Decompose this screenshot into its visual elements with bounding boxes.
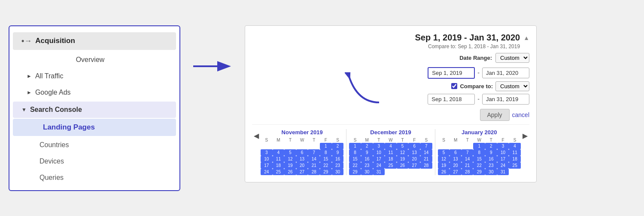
start-date-input[interactable] [428,67,475,79]
calendar-day[interactable]: 27 [408,162,420,169]
calendar-day[interactable]: 29 [473,169,485,175]
calendar-day[interactable]: 15 [473,156,485,162]
calendar-day[interactable]: 15 [320,156,332,162]
sidebar-item-queries[interactable]: Queries [9,170,179,186]
calendar-day[interactable]: 22 [349,162,361,169]
calendar-day[interactable]: 24 [261,169,273,175]
calendar-day[interactable]: 28 [462,169,474,175]
calendar-day[interactable]: 30 [332,169,344,175]
calendar-day[interactable]: 1 [320,143,332,149]
calendar-day[interactable]: 10 [497,149,509,156]
calendar-day[interactable]: 19 [284,162,296,169]
calendar-day[interactable] [420,169,432,175]
calendar-day[interactable]: 30 [485,169,497,175]
calendar-day[interactable] [308,143,320,149]
calendar-day[interactable]: 2 [361,143,373,149]
calendar-day[interactable]: 22 [320,162,332,169]
calendar-day[interactable]: 7 [462,149,474,156]
calendar-day[interactable]: 16 [332,156,344,162]
calendar-day[interactable]: 17 [261,162,273,169]
calendar-day[interactable]: 22 [473,162,485,169]
calendar-next-nav[interactable]: ▶ [521,129,529,140]
calendar-day[interactable] [284,143,296,149]
calendar-day[interactable]: 18 [273,162,285,169]
calendar-day[interactable]: 12 [397,149,409,156]
calendar-day[interactable]: 2 [332,143,344,149]
calendar-day[interactable]: 29 [320,169,332,175]
calendar-day[interactable]: 13 [450,156,462,162]
calendar-day[interactable]: 1 [349,143,361,149]
calendar-day[interactable] [462,143,474,149]
calendar-day[interactable]: 25 [509,162,521,169]
calendar-day[interactable]: 20 [450,162,462,169]
calendar-day[interactable]: 9 [332,149,344,156]
sidebar-item-google-ads[interactable]: ► Google Ads [9,84,179,101]
calendar-day[interactable]: 4 [385,143,397,149]
calendar-day[interactable]: 6 [408,143,420,149]
apply-button[interactable]: Apply [480,109,510,121]
calendar-day[interactable]: 20 [408,156,420,162]
calendar-day[interactable]: 26 [397,162,409,169]
calendar-day[interactable]: 10 [261,156,273,162]
compare-end-date-input[interactable] [482,94,529,105]
calendar-day[interactable]: 14 [462,156,474,162]
calendar-day[interactable]: 27 [296,169,308,175]
compare-select[interactable]: Custom [495,81,529,91]
sidebar-item-overview[interactable]: Overview [9,52,179,68]
calendar-day[interactable]: 24 [497,162,509,169]
calendar-day[interactable]: 9 [361,149,373,156]
calendar-day[interactable]: 11 [385,149,397,156]
calendar-day[interactable]: 6 [296,149,308,156]
calendar-day[interactable]: 26 [438,169,450,175]
calendar-day[interactable]: 15 [349,156,361,162]
calendar-day[interactable] [296,143,308,149]
calendar-day[interactable]: 9 [485,149,497,156]
calendar-day[interactable]: 2 [485,143,497,149]
calendar-day[interactable]: 3 [497,143,509,149]
calendar-day[interactable]: 6 [450,149,462,156]
calendar-day[interactable]: 24 [373,162,385,169]
calendar-day[interactable] [509,169,521,175]
calendar-prev-nav[interactable]: ◀ [252,129,261,140]
sidebar-item-countries[interactable]: Countries [9,137,179,153]
calendar-day[interactable]: 19 [397,156,409,162]
calendar-day[interactable]: 18 [385,156,397,162]
calendar-day[interactable]: 21 [420,156,432,162]
calendar-day[interactable] [261,143,273,149]
calendar-day[interactable]: 8 [349,149,361,156]
collapse-arrow-icon[interactable]: ▲ [523,34,529,41]
calendar-day[interactable] [273,143,285,149]
calendar-day[interactable]: 7 [308,149,320,156]
calendar-day[interactable]: 12 [438,156,450,162]
cancel-button[interactable]: cancel [512,111,529,118]
calendar-day[interactable]: 5 [438,149,450,156]
calendar-day[interactable]: 29 [349,169,361,175]
calendar-day[interactable]: 16 [361,156,373,162]
calendar-day[interactable]: 28 [420,162,432,169]
sidebar-item-all-traffic[interactable]: ► All Traffic [9,68,179,84]
calendar-day[interactable]: 12 [284,156,296,162]
calendar-day[interactable]: 8 [473,149,485,156]
calendar-day[interactable] [385,169,397,175]
calendar-day[interactable]: 21 [308,162,320,169]
calendar-day[interactable]: 30 [361,169,373,175]
calendar-day[interactable]: 11 [273,156,285,162]
date-range-select[interactable]: Custom [495,53,529,63]
calendar-day[interactable]: 10 [373,149,385,156]
calendar-day[interactable]: 4 [509,143,521,149]
calendar-day[interactable]: 19 [438,162,450,169]
calendar-day[interactable]: 3 [373,143,385,149]
calendar-day[interactable]: 11 [509,149,521,156]
calendar-day[interactable]: 7 [420,143,432,149]
calendar-day[interactable]: 26 [284,169,296,175]
calendar-day[interactable]: 27 [450,169,462,175]
calendar-day[interactable]: 4 [273,149,285,156]
calendar-day[interactable]: 31 [373,169,385,175]
compare-checkbox[interactable] [451,83,457,89]
calendar-day[interactable] [450,143,462,149]
calendar-day[interactable]: 23 [361,162,373,169]
sidebar-item-landing-pages[interactable]: Landing Pages [13,119,176,136]
calendar-day[interactable]: 17 [373,156,385,162]
calendar-day[interactable]: 31 [497,169,509,175]
calendar-day[interactable]: 13 [408,149,420,156]
